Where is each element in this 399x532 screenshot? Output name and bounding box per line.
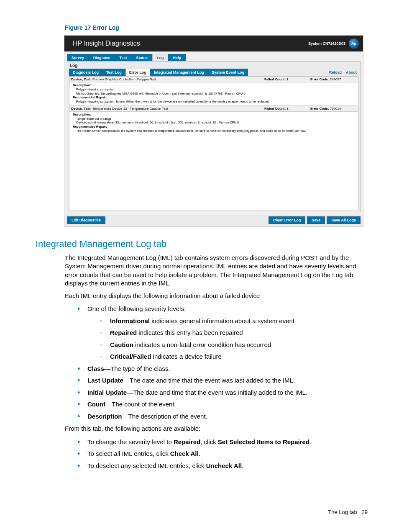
subtab-test-log[interactable]: Test Log <box>102 69 125 76</box>
app-body: Survey Diagnose Test Status Log Help Log… <box>64 51 363 226</box>
paragraph: The Integrated Management Log (IML) tab … <box>65 254 368 288</box>
list-item: Initial Update—The date and time that th… <box>77 388 368 398</box>
page-number: 29 <box>362 509 368 515</box>
header-links: Reload About <box>329 70 358 75</box>
hp-logo-icon: hp <box>349 39 359 49</box>
term: Description <box>87 413 122 420</box>
term: Initial Update <box>87 389 127 396</box>
list-item: Repaired indicates this entry has been r… <box>100 328 368 338</box>
term: Count <box>87 401 105 408</box>
log-entry-body: Description: Temperature out of range De… <box>69 112 358 135</box>
definition: indicates this entry has been repaired <box>137 329 243 336</box>
term: Caution <box>110 341 133 348</box>
section-heading: Integrated Management Log tab <box>36 239 368 249</box>
failed-count-label: Failed Count: <box>264 107 286 111</box>
failed-count-value: 1 <box>286 77 288 81</box>
error-code-value: 249097 <box>330 77 341 81</box>
definition: —The description of the event. <box>122 413 207 420</box>
definition: —The type of the class. <box>104 365 170 372</box>
list-item: To deselect any selected IML entries, cl… <box>77 461 368 471</box>
subtab-row: Diagnosis Log Test Log Error Log Integra… <box>69 69 358 76</box>
app-title: HP Insight Diagnostics <box>73 40 140 47</box>
subtab-system-event-log[interactable]: System Event Log <box>208 69 248 76</box>
repair-text: Polygon drawing subsystem failure. Eithe… <box>73 100 356 104</box>
clear-error-log-button[interactable]: Clear Error Log <box>269 216 305 224</box>
paragraph: From this tab, the following actions are… <box>65 424 368 433</box>
bullet-list: One of the following severity levels: In… <box>65 304 368 421</box>
exit-diagnostics-button[interactable]: Exit Diagnostics <box>67 216 105 224</box>
term: Repaired <box>110 329 137 336</box>
description-label: Description: <box>73 83 356 87</box>
panel-label: Log <box>69 62 358 69</box>
list-item: To select all IML entries, click Check A… <box>77 449 368 459</box>
tab-survey[interactable]: Survey <box>67 54 89 61</box>
repair-text: The Health Driver has indicated the syst… <box>73 129 356 133</box>
save-button[interactable]: Save <box>307 216 325 224</box>
device-test-label: Device, Test: <box>71 107 92 111</box>
tab-test[interactable]: Test <box>115 54 132 61</box>
term: Last Update <box>87 377 123 384</box>
list-item: Class—The type of the class. <box>77 364 368 374</box>
definition: indicates a non-fatal error condition ha… <box>133 341 271 348</box>
failed-count-value: 1 <box>286 107 288 111</box>
page-footer: The Log tab 29 <box>328 509 368 515</box>
main-tab-bar: Survey Diagnose Test Status Log Help <box>64 51 363 61</box>
app-header: HP Insight Diagnostics System CN71420D03… <box>64 36 363 51</box>
app-footer: Exit Diagnostics Clear Error Log Save Sa… <box>64 215 363 226</box>
tab-help[interactable]: Help <box>168 54 186 61</box>
list-item: One of the following severity levels: In… <box>77 304 368 362</box>
paragraph: Each IML entry displays the following in… <box>65 292 368 300</box>
text: . <box>199 450 200 457</box>
term: Critical/Failed <box>110 353 151 360</box>
text: To deselect any selected IML entries, cl… <box>87 462 206 469</box>
term: Uncheck All <box>206 462 242 469</box>
text: To change the severity level to <box>87 438 174 445</box>
term: Class <box>87 365 104 372</box>
device-test-value: Temperature Device 12 - Temperature Caut… <box>92 107 168 111</box>
description-line: Matrox Graphics, ServerEngines MGA G200 … <box>73 92 356 96</box>
log-panel: Log Diagnosis Log Test Log Error Log Int… <box>67 61 361 212</box>
text: To select all IML entries, click <box>87 450 170 457</box>
list-item: Count—The count of the event. <box>77 400 368 409</box>
subtab-integrated-management-log[interactable]: Integrated Management Log <box>150 69 208 76</box>
subtab-diagnosis-log[interactable]: Diagnosis Log <box>69 69 102 76</box>
error-code-label: Error Code: <box>310 107 329 111</box>
definition: —The count of the event. <box>105 401 176 408</box>
text: . <box>309 438 311 445</box>
text: . <box>242 462 243 469</box>
log-content: Device, Test: Primary Graphics Controlle… <box>69 76 358 210</box>
description-label: Description: <box>73 113 356 117</box>
system-id: System CN71420D03 <box>308 41 345 46</box>
tab-diagnose[interactable]: Diagnose <box>89 54 115 61</box>
repair-label: Recommended Repair: <box>73 95 356 100</box>
list-item-text: One of the following severity levels: <box>87 305 186 312</box>
figure-caption: Figure 17 Error Log <box>65 24 368 31</box>
save-all-logs-button[interactable]: Save All Logs <box>327 216 361 224</box>
log-entry-body: Description: Polygon drawing subsystem M… <box>69 82 358 106</box>
definition: indicates a device failure <box>151 353 221 360</box>
device-test-value: Primary Graphics Controller - Polygon Te… <box>92 77 156 81</box>
footer-label: The Log tab <box>328 509 357 515</box>
list-item: Critical/Failed indicates a device failu… <box>100 352 368 362</box>
list-item: Last Update—The date and time that the e… <box>77 376 368 386</box>
text: , click <box>200 438 218 445</box>
description-line: Temperature out of range <box>73 117 356 121</box>
log-entry-header: Device, Test: Temperature Device 12 - Te… <box>69 106 358 112</box>
term: Repaired <box>174 438 200 445</box>
definition: indiciates general information about a s… <box>150 317 294 324</box>
nested-list: Informational indiciates general informa… <box>87 316 368 362</box>
device-test-label: Device, Test: <box>71 77 92 81</box>
tab-status[interactable]: Status <box>131 54 152 61</box>
list-item: Informational indiciates general informa… <box>100 316 368 326</box>
repair-label: Recommended Repair: <box>73 125 356 129</box>
about-link[interactable]: About <box>346 70 357 75</box>
error-code-label: Error Code: <box>310 77 329 81</box>
reload-link[interactable]: Reload <box>329 70 342 75</box>
error-code-value: 760014 <box>330 107 341 111</box>
tab-log[interactable]: Log <box>152 54 169 61</box>
subtab-error-log[interactable]: Error Log <box>125 69 150 76</box>
list-item: Description—The description of the event… <box>77 412 368 421</box>
bullet-list: To change the severity level to Repaired… <box>65 437 368 471</box>
term: Set Selected Items to Repaired <box>218 438 309 445</box>
list-item: To change the severity level to Repaired… <box>77 437 368 447</box>
